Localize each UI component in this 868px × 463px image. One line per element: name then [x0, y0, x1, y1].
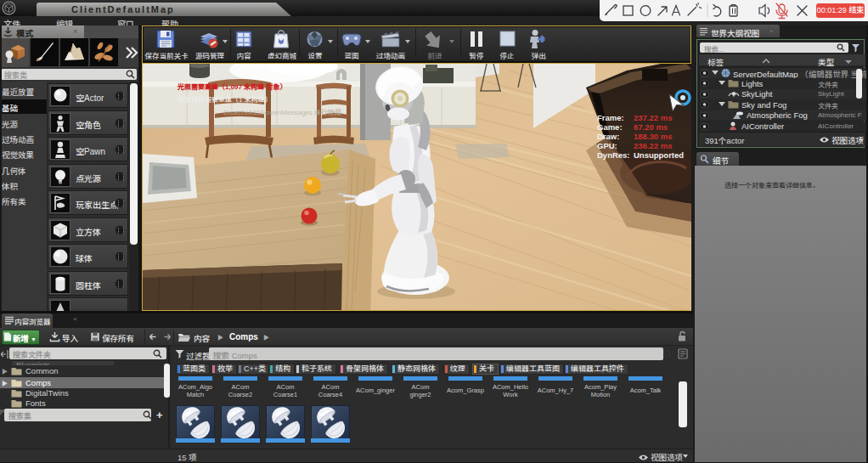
svg-text:188.30 ms: 188.30 ms: [634, 132, 672, 141]
svg-text:237.22 ms: 237.22 ms: [634, 113, 672, 122]
svg-text:DynRes:: DynRes:: [597, 150, 630, 160]
svg-text:光照需要重建（1,097 未构建 对象）: 光照需要重建（1,097 未构建 对象）: [177, 82, 286, 91]
svg-text:236.22 ms: 236.22 ms: [634, 141, 672, 150]
svg-text:GPU:: GPU:: [597, 141, 617, 150]
svg-text:Unsupported: Unsupported: [634, 150, 684, 160]
svg-text:Draw:: Draw:: [597, 132, 619, 141]
svg-text:Game:: Game:: [597, 122, 623, 132]
svg-text:67.20 ms: 67.20 ms: [634, 122, 668, 132]
svg-text:Frame:: Frame:: [597, 113, 624, 122]
svg-text:反射捕获需要重建（1 未构建）: 反射捕获需要重建（1 未构建）: [178, 95, 272, 104]
svg-text:Disab1eA11ScreenMessages 进行隐藏: Disab1eA11ScreenMessages 进行隐藏: [223, 109, 341, 116]
